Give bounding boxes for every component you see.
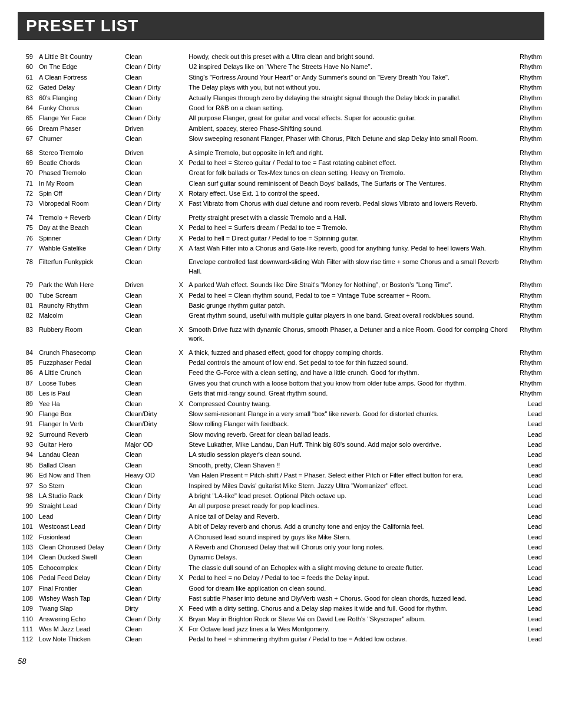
table-row: 78 Filterfun Funkypick Clean Envelope co… — [18, 257, 544, 276]
preset-number: 96 — [18, 470, 37, 480]
preset-clean: Clean — [123, 430, 176, 440]
preset-desc: For Octave lead jazz lines a la Wes Mont… — [186, 624, 511, 634]
preset-x — [176, 563, 186, 573]
preset-clean: Clean / Dirty — [123, 83, 176, 93]
preset-desc: Great for folk ballads or Tex-Mex tunes … — [186, 168, 511, 178]
preset-desc: Fast Vibrato from Chorus with dual detun… — [186, 199, 511, 209]
preset-name: Rubbery Room — [37, 325, 123, 344]
preset-name: Spinner — [37, 233, 123, 243]
preset-clean: Clean / Dirty — [123, 113, 176, 123]
preset-number: 82 — [18, 311, 37, 321]
preset-x — [176, 470, 186, 480]
table-row: 88 Les is Paul Clean Gets that mid-rangy… — [18, 388, 544, 398]
preset-x — [176, 257, 186, 276]
preset-x — [176, 594, 186, 604]
table-row: 69 Beatle Chords Clean X Pedal to heel =… — [18, 158, 544, 168]
table-row: 101 Westcoast Lead Clean / Dirty A bit o… — [18, 522, 544, 532]
preset-type: Rhythm — [511, 348, 544, 358]
preset-desc: Slow moving reverb. Great for clean ball… — [186, 430, 511, 440]
preset-clean: Clean — [123, 73, 176, 83]
preset-number: 59 — [18, 52, 37, 62]
preset-desc: Feed the G-Force with a clean setting, a… — [186, 368, 511, 378]
preset-name: Clean Ducked Swell — [37, 552, 123, 562]
preset-number: 75 — [18, 223, 37, 233]
preset-number: 88 — [18, 388, 37, 398]
table-row: 112 Low Note Thicken Clean Pedal to heel… — [18, 634, 544, 644]
table-row: 100 Lead Clean / Dirty A nice tail of De… — [18, 512, 544, 522]
preset-x — [176, 552, 186, 562]
preset-name: Raunchy Rhythm — [37, 301, 123, 311]
preset-x: X — [176, 280, 186, 290]
preset-clean: Clean — [123, 532, 176, 542]
preset-type: Rhythm — [511, 103, 544, 113]
preset-clean: Clean / Dirty — [123, 573, 176, 583]
preset-number: 60 — [18, 62, 37, 72]
preset-x — [176, 62, 186, 72]
preset-x — [176, 512, 186, 522]
preset-clean: Clean — [123, 450, 176, 460]
preset-type: Rhythm — [511, 388, 544, 398]
preset-x — [176, 634, 186, 644]
preset-desc: Actually Flanges through zero by delayin… — [186, 93, 511, 103]
preset-name: LA Studio Rack — [37, 491, 123, 501]
preset-x — [176, 179, 186, 189]
preset-clean: Clean — [123, 257, 176, 276]
preset-desc: Feed with a dirty setting. Chorus and a … — [186, 604, 511, 614]
preset-desc: Pedal to heel = Clean rhythm sound, Peda… — [186, 291, 511, 301]
preset-number: 76 — [18, 233, 37, 243]
preset-name: Lead — [37, 512, 123, 522]
preset-clean: Clean — [123, 348, 176, 358]
preset-type: Rhythm — [511, 358, 544, 368]
preset-x: X — [176, 243, 186, 253]
preset-desc: Pedal to heel = Stereo guitar / Pedal to… — [186, 158, 511, 168]
preset-type: Rhythm — [511, 199, 544, 209]
preset-name: Straight Lead — [37, 501, 123, 511]
preset-desc: Howdy, check out this preset with a Ultr… — [186, 52, 511, 62]
preset-clean: Clean — [123, 134, 176, 144]
preset-name: Wes M Jazz Lead — [37, 624, 123, 634]
preset-clean: Clean — [123, 179, 176, 189]
preset-desc: Inspired by Miles Davis' guitarist Mike … — [186, 481, 511, 491]
preset-number: 107 — [18, 584, 37, 594]
preset-number: 71 — [18, 179, 37, 189]
table-row: 63 60's Flanging Clean / Dirty Actually … — [18, 93, 544, 103]
preset-x — [176, 113, 186, 123]
preset-x — [176, 378, 186, 388]
preset-number: 69 — [18, 158, 37, 168]
preset-name: Wishey Wash Tap — [37, 594, 123, 604]
preset-clean: Clean — [123, 552, 176, 562]
table-row: 70 Phased Tremolo Clean Great for folk b… — [18, 168, 544, 178]
preset-number: 85 — [18, 358, 37, 368]
preset-desc: A fast Wah Filter into a Chorus and Gate… — [186, 243, 511, 253]
preset-name: Surround Reverb — [37, 430, 123, 440]
preset-x: X — [176, 604, 186, 614]
preset-name: Wahble Gatelike — [37, 243, 123, 253]
preset-clean: Clean — [123, 481, 176, 491]
table-row: 81 Raunchy Rhythm Clean Basic grunge rhy… — [18, 301, 544, 311]
preset-name: Ballad Clean — [37, 460, 123, 470]
preset-name: In My Room — [37, 179, 123, 189]
preset-clean: Clean — [123, 52, 176, 62]
preset-x — [176, 213, 186, 223]
preset-name: Funky Chorus — [37, 103, 123, 113]
preset-name: So Stern — [37, 481, 123, 491]
preset-desc: Compressed Country twang. — [186, 399, 511, 409]
preset-type: Lead — [511, 542, 544, 552]
preset-name: Les is Paul — [37, 388, 123, 398]
preset-x — [176, 450, 186, 460]
preset-type: Lead — [511, 614, 544, 624]
preset-type: Lead — [511, 594, 544, 604]
preset-x — [176, 501, 186, 511]
preset-name: Filterfun Funkypick — [37, 257, 123, 276]
preset-clean: Clean / Dirty — [123, 542, 176, 552]
preset-clean: Clean / Dirty — [123, 199, 176, 209]
preset-name: 60's Flanging — [37, 93, 123, 103]
preset-name: Ed Now and Then — [37, 470, 123, 480]
table-row: 91 Flanger In Verb Clean/Dirty Slow roll… — [18, 419, 544, 429]
preset-desc: Slow rolling Flanger with feedback. — [186, 419, 511, 429]
table-row: 83 Rubbery Room Clean X Smooth Drive fuz… — [18, 325, 544, 344]
table-row: 84 Crunch Phasecomp Clean X A thick, fuz… — [18, 348, 544, 358]
preset-desc: Gives you that crunch with a loose botto… — [186, 378, 511, 388]
preset-clean: Clean / Dirty — [123, 522, 176, 532]
preset-type: Rhythm — [511, 168, 544, 178]
